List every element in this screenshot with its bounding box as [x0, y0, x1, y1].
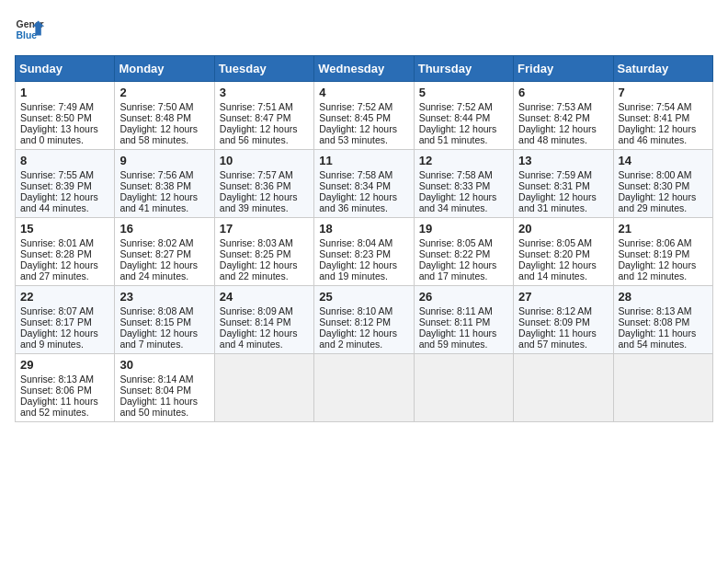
sunrise-text: Sunrise: 7:49 AM	[20, 101, 94, 112]
daylight-text: Daylight: 12 hours and 48 minutes.	[518, 123, 597, 145]
daylight-text: Daylight: 11 hours and 57 minutes.	[518, 327, 597, 350]
weekday-header-cell: Friday	[514, 56, 613, 82]
sunset-text: Sunset: 8:06 PM	[20, 385, 92, 396]
sunrise-text: Sunrise: 8:13 AM	[619, 305, 692, 316]
daylight-text: Daylight: 12 hours and 36 minutes.	[319, 191, 397, 213]
daylight-text: Daylight: 12 hours and 53 minutes.	[319, 123, 397, 145]
logo: General Blue	[15, 15, 44, 44]
daylight-text: Daylight: 12 hours and 24 minutes.	[119, 259, 198, 282]
daylight-text: Daylight: 13 hours and 0 minutes.	[20, 123, 98, 145]
calendar-week-row: 8Sunrise: 7:55 AMSunset: 8:39 PMDaylight…	[16, 150, 713, 218]
sunrise-text: Sunrise: 7:51 AM	[220, 101, 293, 112]
sunset-text: Sunset: 8:30 PM	[619, 180, 690, 191]
header: General Blue	[15, 15, 713, 44]
calendar-day-cell: 16Sunrise: 8:02 AMSunset: 8:27 PMDayligh…	[115, 218, 214, 286]
day-number: 17	[220, 222, 309, 236]
day-number: 19	[419, 222, 508, 236]
sunset-text: Sunset: 8:17 PM	[20, 316, 92, 327]
daylight-text: Daylight: 12 hours and 2 minutes.	[319, 327, 397, 350]
sunset-text: Sunset: 8:25 PM	[220, 248, 291, 259]
day-number: 7	[619, 86, 708, 99]
day-number: 18	[319, 222, 408, 236]
calendar-week-row: 22Sunrise: 8:07 AMSunset: 8:17 PMDayligh…	[16, 286, 713, 354]
sunset-text: Sunset: 8:44 PM	[419, 112, 491, 123]
calendar-day-cell: 6Sunrise: 7:53 AMSunset: 8:42 PMDaylight…	[514, 82, 613, 150]
daylight-text: Daylight: 12 hours and 29 minutes.	[619, 191, 697, 213]
day-number: 28	[619, 290, 708, 304]
sunset-text: Sunset: 8:23 PM	[319, 248, 391, 259]
sunset-text: Sunset: 8:45 PM	[319, 112, 391, 123]
calendar-day-cell: 20Sunrise: 8:05 AMSunset: 8:20 PMDayligh…	[514, 218, 613, 286]
calendar-day-cell: 28Sunrise: 8:13 AMSunset: 8:08 PMDayligh…	[613, 286, 712, 354]
daylight-text: Daylight: 12 hours and 19 minutes.	[319, 259, 397, 282]
daylight-text: Daylight: 12 hours and 41 minutes.	[119, 191, 198, 213]
calendar-table: SundayMondayTuesdayWednesdayThursdayFrid…	[15, 55, 713, 422]
daylight-text: Daylight: 12 hours and 4 minutes.	[220, 327, 298, 350]
calendar-week-row: 29Sunrise: 8:13 AMSunset: 8:06 PMDayligh…	[16, 354, 713, 422]
calendar-day-cell	[414, 354, 513, 422]
calendar-day-cell	[314, 354, 414, 422]
day-number: 11	[319, 154, 408, 167]
sunset-text: Sunset: 8:09 PM	[518, 316, 590, 327]
sunrise-text: Sunrise: 8:10 AM	[319, 305, 392, 316]
calendar-day-cell: 18Sunrise: 8:04 AMSunset: 8:23 PMDayligh…	[314, 218, 414, 286]
daylight-text: Daylight: 12 hours and 31 minutes.	[518, 191, 597, 213]
day-number: 16	[119, 222, 209, 236]
daylight-text: Daylight: 12 hours and 22 minutes.	[220, 259, 298, 282]
sunset-text: Sunset: 8:42 PM	[518, 112, 590, 123]
calendar-day-cell: 17Sunrise: 8:03 AMSunset: 8:25 PMDayligh…	[214, 218, 313, 286]
calendar-day-cell: 15Sunrise: 8:01 AMSunset: 8:28 PMDayligh…	[16, 218, 115, 286]
sunset-text: Sunset: 8:47 PM	[220, 112, 291, 123]
sunset-text: Sunset: 8:48 PM	[119, 112, 191, 123]
calendar-day-cell: 12Sunrise: 7:58 AMSunset: 8:33 PMDayligh…	[414, 150, 513, 218]
sunset-text: Sunset: 8:36 PM	[220, 180, 291, 191]
sunset-text: Sunset: 8:31 PM	[518, 180, 590, 191]
day-number: 30	[119, 358, 209, 372]
calendar-day-cell: 25Sunrise: 8:10 AMSunset: 8:12 PMDayligh…	[314, 286, 414, 354]
day-number: 12	[419, 154, 508, 167]
calendar-day-cell	[514, 354, 613, 422]
sunrise-text: Sunrise: 8:05 AM	[419, 237, 493, 248]
day-number: 4	[319, 86, 408, 99]
calendar-week-row: 15Sunrise: 8:01 AMSunset: 8:28 PMDayligh…	[16, 218, 713, 286]
weekday-header-cell: Thursday	[414, 56, 513, 82]
sunrise-text: Sunrise: 8:08 AM	[119, 305, 193, 316]
daylight-text: Daylight: 11 hours and 54 minutes.	[619, 327, 697, 350]
day-number: 2	[119, 86, 209, 99]
daylight-text: Daylight: 12 hours and 46 minutes.	[619, 123, 697, 145]
sunset-text: Sunset: 8:14 PM	[220, 316, 291, 327]
sunrise-text: Sunrise: 8:09 AM	[220, 305, 293, 316]
calendar-day-cell: 21Sunrise: 8:06 AMSunset: 8:19 PMDayligh…	[613, 218, 712, 286]
sunrise-text: Sunrise: 8:00 AM	[619, 169, 692, 180]
sunrise-text: Sunrise: 7:58 AM	[419, 169, 493, 180]
sunset-text: Sunset: 8:34 PM	[319, 180, 391, 191]
sunset-text: Sunset: 8:20 PM	[518, 248, 590, 259]
sunset-text: Sunset: 8:33 PM	[419, 180, 491, 191]
day-number: 3	[220, 86, 309, 99]
daylight-text: Daylight: 12 hours and 58 minutes.	[119, 123, 198, 145]
sunrise-text: Sunrise: 7:52 AM	[419, 101, 493, 112]
daylight-text: Daylight: 12 hours and 39 minutes.	[220, 191, 298, 213]
sunrise-text: Sunrise: 8:01 AM	[20, 237, 94, 248]
daylight-text: Daylight: 12 hours and 17 minutes.	[419, 259, 497, 282]
day-number: 23	[119, 290, 209, 304]
sunset-text: Sunset: 8:12 PM	[319, 316, 391, 327]
sunrise-text: Sunrise: 8:12 AM	[518, 305, 592, 316]
sunset-text: Sunset: 8:28 PM	[20, 248, 92, 259]
calendar-day-cell: 7Sunrise: 7:54 AMSunset: 8:41 PMDaylight…	[613, 82, 712, 150]
calendar-day-cell: 3Sunrise: 7:51 AMSunset: 8:47 PMDaylight…	[214, 82, 313, 150]
sunrise-text: Sunrise: 8:03 AM	[220, 237, 293, 248]
day-number: 6	[518, 86, 608, 99]
sunrise-text: Sunrise: 8:02 AM	[119, 237, 193, 248]
day-number: 8	[20, 154, 109, 167]
daylight-text: Daylight: 12 hours and 34 minutes.	[419, 191, 497, 213]
sunset-text: Sunset: 8:22 PM	[419, 248, 491, 259]
calendar-day-cell: 23Sunrise: 8:08 AMSunset: 8:15 PMDayligh…	[115, 286, 214, 354]
day-number: 20	[518, 222, 608, 236]
day-number: 27	[518, 290, 608, 304]
day-number: 26	[419, 290, 508, 304]
day-number: 1	[20, 86, 109, 99]
day-number: 14	[619, 154, 708, 167]
calendar-day-cell: 2Sunrise: 7:50 AMSunset: 8:48 PMDaylight…	[115, 82, 214, 150]
calendar-day-cell: 30Sunrise: 8:14 AMSunset: 8:04 PMDayligh…	[115, 354, 214, 422]
